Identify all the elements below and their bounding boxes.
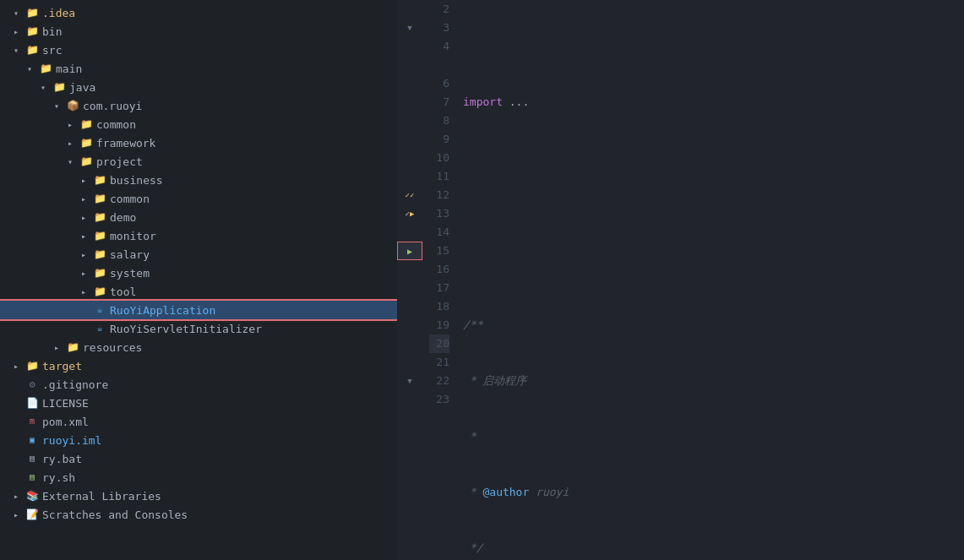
code-editor: ▼ ✓✓ ✓▶ ▶ ▼ 2 3 4 xyxy=(397,0,964,560)
libs-icon: 📚 xyxy=(25,489,39,503)
arrow-src xyxy=(14,46,25,55)
folder-icon: 📁 xyxy=(39,62,52,75)
gitignore-icon: ⚙ xyxy=(25,378,39,391)
sidebar-item-src[interactable]: 📁 src xyxy=(0,41,397,59)
sidebar-item-monitor[interactable]: 📁 monitor xyxy=(0,226,397,245)
sidebar-item-business[interactable]: 📁 business xyxy=(0,171,397,189)
folder-icon: 📁 xyxy=(66,340,79,354)
sidebar-item-com-ruoyi[interactable]: 📦 com.ruoyi xyxy=(0,96,397,115)
arrow-java xyxy=(41,83,52,92)
sidebar-item-target[interactable]: 📁 target xyxy=(0,356,397,375)
folder-icon: 📁 xyxy=(93,285,106,298)
arrow-salary xyxy=(81,250,93,259)
arrow-main xyxy=(27,64,39,73)
arrow-bin xyxy=(14,27,25,36)
code-line-11: */ xyxy=(463,539,964,557)
sidebar-item-java[interactable]: 📁 java xyxy=(0,78,397,96)
folder-icon: 📁 xyxy=(25,6,39,19)
sidebar-item-scratches[interactable]: 📝 Scratches and Consoles xyxy=(0,505,397,524)
arrow-common xyxy=(68,120,79,129)
sidebar-label: java xyxy=(69,81,95,94)
sidebar-item-iml[interactable]: ▣ ruoyi.iml xyxy=(0,431,397,449)
code-line-10: * @author ruoyi xyxy=(463,483,964,502)
sidebar-label: Scratches and Consoles xyxy=(42,508,188,521)
sidebar-label: framework xyxy=(96,137,155,150)
sidebar-label: com.ruoyi xyxy=(83,100,142,112)
arrow-pcommon xyxy=(81,194,93,204)
sidebar-label: src xyxy=(42,44,62,57)
sidebar-item-pom[interactable]: m pom.xml xyxy=(0,412,397,431)
sidebar-label: pom.xml xyxy=(42,416,89,428)
kw-import: import xyxy=(463,93,503,111)
gutter-21 xyxy=(397,353,422,372)
folder-icon: 📁 xyxy=(25,43,39,57)
sidebar-item-ext-libs[interactable]: 📚 External Libraries xyxy=(0,487,397,505)
gutter-4 xyxy=(397,37,422,56)
sidebar-item-tool[interactable]: 📁 tool xyxy=(0,282,397,301)
sidebar-label: common xyxy=(110,193,150,205)
sidebar-label: system xyxy=(110,267,150,280)
folder-icon: 📁 xyxy=(79,155,93,168)
gutter-2 xyxy=(397,0,422,19)
sidebar-label: main xyxy=(56,63,82,75)
sidebar-item-bin[interactable]: 📁 bin xyxy=(0,22,397,41)
comment-author-pre: * xyxy=(463,483,482,502)
comment-desc: * 启动程序 xyxy=(463,372,526,390)
sidebar-item-framework[interactable]: 📁 framework xyxy=(0,133,397,152)
folder-icon: 📁 xyxy=(93,266,106,280)
license-icon: 📄 xyxy=(25,396,39,410)
sidebar-label: External Libraries xyxy=(42,490,161,503)
java-icon: ☕ xyxy=(93,322,106,335)
code-line-9: * xyxy=(463,427,964,446)
sidebar-label: .idea xyxy=(42,7,75,19)
code-line-6 xyxy=(463,260,964,279)
code-line-3: import ... xyxy=(463,93,964,111)
sidebar-label: business xyxy=(110,174,163,187)
sidebar-item-idea[interactable]: 📁 .idea xyxy=(0,3,397,22)
sh-icon: ▤ xyxy=(25,470,39,484)
sidebar-label: resources xyxy=(83,341,142,354)
gutter-19 xyxy=(397,316,422,334)
folder-icon: 📁 xyxy=(79,117,93,131)
file-tree[interactable]: 📁 .idea 📁 bin 📁 src 📁 main 📁 java 📦 com.… xyxy=(0,0,397,560)
code-body[interactable]: import ... /** * 启动程序 * * @author ruoyi … xyxy=(456,0,964,560)
sidebar-item-project-common[interactable]: 📁 common xyxy=(0,189,397,208)
sidebar-label: common xyxy=(96,118,136,131)
sidebar-item-common[interactable]: 📁 common xyxy=(0,115,397,133)
sidebar-item-resources[interactable]: 📁 resources xyxy=(0,338,397,356)
scratches-icon: 📝 xyxy=(25,508,39,521)
sidebar-item-ruoyi-servlet[interactable]: ☕ RuoYiServletInitializer xyxy=(0,319,397,338)
arrow-idea xyxy=(14,8,25,18)
sidebar-label: bin xyxy=(42,25,62,38)
sidebar-item-system[interactable]: 📁 system xyxy=(0,264,397,282)
code-text: ... xyxy=(503,93,529,111)
sidebar-item-gitignore[interactable]: ⚙ .gitignore xyxy=(0,375,397,394)
sidebar-label: monitor xyxy=(110,230,156,242)
comment-open: /** xyxy=(463,316,482,334)
gutter-8 xyxy=(397,111,422,130)
sidebar-label: tool xyxy=(110,285,136,298)
gutter-10 xyxy=(397,149,422,167)
gutter-16 xyxy=(397,260,422,279)
gutter-11 xyxy=(397,167,422,186)
arrow-monitor xyxy=(81,231,93,241)
sidebar-item-demo[interactable]: 📁 demo xyxy=(0,208,397,226)
sidebar-item-license[interactable]: 📄 LICENSE xyxy=(0,394,397,412)
sidebar-label: RuoYiApplication xyxy=(110,304,215,317)
sidebar-item-bat[interactable]: ▤ ry.bat xyxy=(0,449,397,468)
sidebar-item-salary[interactable]: 📁 salary xyxy=(0,245,397,264)
gutter-17 xyxy=(397,279,422,297)
sidebar-item-sh[interactable]: ▤ ry.sh xyxy=(0,468,397,487)
run-indicator-button[interactable]: ▶ xyxy=(397,242,422,260)
sidebar-label: ry.bat xyxy=(42,453,82,465)
sidebar-item-main[interactable]: 📁 main xyxy=(0,59,397,78)
gutter-23 xyxy=(397,390,422,409)
code-line-8: * 启动程序 xyxy=(463,372,964,390)
code-line-5 xyxy=(463,204,964,223)
folder-icon: 📁 xyxy=(93,192,106,205)
arrow-framework xyxy=(68,139,79,148)
gutter-13: ✓▶ xyxy=(397,204,422,223)
sidebar-item-project[interactable]: 📁 project xyxy=(0,152,397,171)
sidebar-item-ruoyi-application[interactable]: ☕ RuoYiApplication xyxy=(0,301,397,319)
sidebar-label: demo xyxy=(110,211,136,224)
